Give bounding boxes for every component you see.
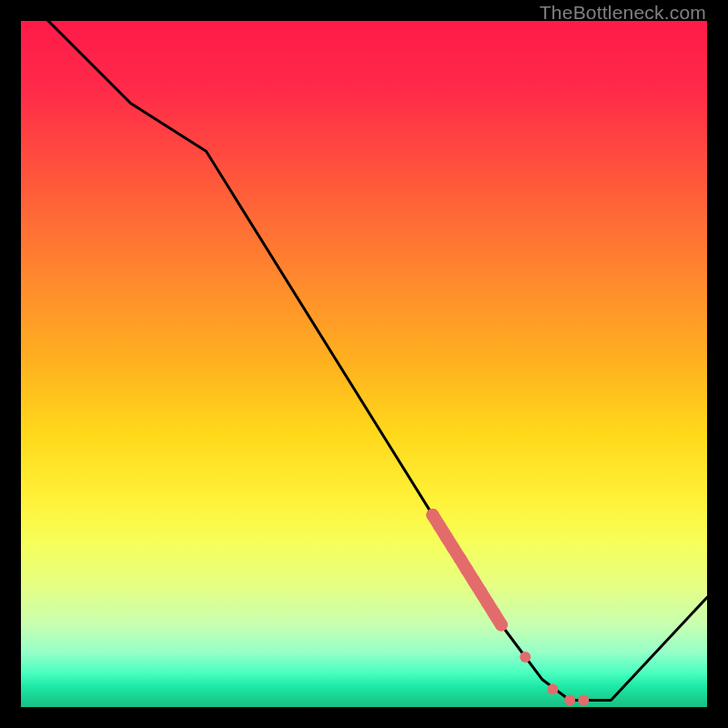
svg-point-13 bbox=[564, 695, 575, 706]
svg-point-12 bbox=[547, 683, 558, 694]
svg-point-8 bbox=[481, 596, 494, 609]
watermark-text: TheBottleneck.com bbox=[540, 2, 706, 24]
plot-area bbox=[21, 21, 707, 707]
chart-frame: TheBottleneck.com bbox=[0, 0, 728, 728]
svg-point-5 bbox=[460, 563, 473, 576]
svg-point-3 bbox=[447, 541, 460, 554]
svg-point-2 bbox=[440, 531, 453, 543]
svg-point-14 bbox=[578, 695, 589, 706]
curve-line bbox=[21, 0, 707, 701]
svg-point-1 bbox=[433, 520, 446, 532]
svg-point-4 bbox=[454, 552, 467, 565]
svg-point-7 bbox=[474, 585, 487, 598]
svg-point-0 bbox=[426, 509, 439, 521]
svg-point-10 bbox=[495, 619, 508, 632]
chart-svg bbox=[21, 21, 707, 707]
svg-point-6 bbox=[468, 574, 480, 587]
svg-point-11 bbox=[520, 652, 531, 662]
svg-point-9 bbox=[488, 608, 500, 621]
secondary-markers bbox=[520, 652, 589, 706]
highlight-markers bbox=[426, 509, 507, 632]
